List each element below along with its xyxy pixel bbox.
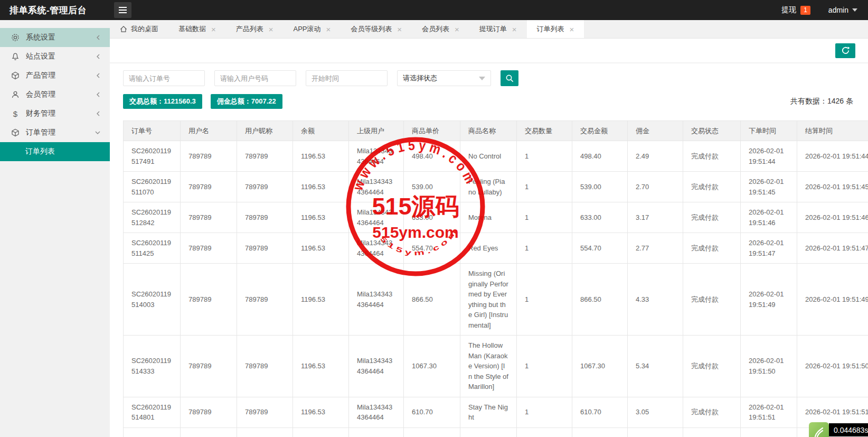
search-button[interactable] bbox=[501, 70, 518, 86]
sidebar-item-site-settings[interactable]: 站点设置 bbox=[0, 47, 110, 66]
table-row: SC260201195148017897897897891196.53Mila1… bbox=[124, 397, 868, 427]
sidebar-item-member-management[interactable]: 会员管理 bbox=[0, 85, 110, 104]
close-icon[interactable]: × bbox=[570, 25, 574, 33]
col-header: 用户名 bbox=[181, 121, 237, 141]
user-menu[interactable]: admin bbox=[828, 6, 857, 14]
table-cell: Mila1343434364464 bbox=[349, 202, 404, 233]
tab-app-scroll[interactable]: APP滚动× bbox=[284, 20, 341, 38]
tab-withdraw-orders[interactable]: 提现订单× bbox=[469, 20, 527, 38]
start-time-input[interactable] bbox=[306, 70, 388, 86]
chevron-left-icon bbox=[95, 53, 101, 60]
table-cell: 789789 bbox=[181, 264, 237, 336]
col-header: 上级用户 bbox=[349, 121, 404, 141]
col-header: 交易状态 bbox=[683, 121, 741, 141]
table-cell: Feeling (Piano Lullaby) bbox=[460, 172, 517, 202]
chevron-left-icon bbox=[95, 34, 101, 41]
table-cell: 789789 bbox=[181, 202, 237, 233]
table-cell: 498.40 bbox=[572, 141, 628, 172]
sidebar-item-system-settings[interactable]: 系统设置 bbox=[0, 28, 110, 47]
table-cell: 2026-02-01 19:51:49 bbox=[741, 264, 797, 336]
table-cell: 1 bbox=[517, 397, 572, 427]
close-icon[interactable]: × bbox=[269, 25, 273, 33]
sidebar-toggle-button[interactable] bbox=[114, 2, 131, 18]
sidebar: 系统设置 站点设置 产品管理 bbox=[0, 20, 110, 437]
tab-product-list[interactable]: 产品列表× bbox=[226, 20, 284, 38]
table-cell: 2026-02-01 19:51:45 bbox=[797, 172, 868, 202]
withdraw-nav-item[interactable]: 提现 1 bbox=[781, 5, 810, 15]
col-header: 结算时间 bbox=[797, 121, 868, 141]
close-icon[interactable]: × bbox=[455, 25, 459, 33]
table-cell: 1196.53 bbox=[293, 397, 349, 427]
table-cell: 完成付款 bbox=[683, 397, 741, 427]
table-cell: 1196.53 bbox=[293, 141, 349, 172]
chevron-left-icon bbox=[95, 72, 101, 79]
table-cell: SC26020119514333 bbox=[124, 336, 181, 397]
table-cell: 2.70 bbox=[628, 172, 683, 202]
table-row: SC2602011957897897897891196.53Mila134343… bbox=[124, 427, 868, 437]
table-cell: 789789 bbox=[181, 427, 237, 437]
filter-row: 请选择状态 bbox=[123, 70, 868, 86]
sidebar-item-order-management[interactable]: 订单管理 bbox=[0, 123, 110, 142]
table-cell: 789789 bbox=[237, 141, 293, 172]
refresh-button[interactable] bbox=[835, 43, 855, 58]
table-cell: The Hollow Man (Karaoke Version) [In the… bbox=[460, 336, 517, 397]
table-cell: 1196.53 bbox=[293, 172, 349, 202]
table-cell: 完成付款 bbox=[683, 202, 741, 233]
close-icon[interactable]: × bbox=[211, 25, 216, 33]
chevron-down-icon bbox=[94, 129, 101, 136]
sidebar-item-product-management[interactable]: 产品管理 bbox=[0, 66, 110, 85]
table-cell: 2026-02-01 19:51:46 bbox=[741, 202, 797, 233]
table-cell: 完成付款 bbox=[683, 233, 741, 264]
table-cell: 789789 bbox=[237, 397, 293, 427]
sidebar-item-order-list-active[interactable]: 订单列表 bbox=[0, 142, 110, 161]
tab-member-list[interactable]: 会员列表× bbox=[412, 20, 469, 38]
table-cell: 1067.30 bbox=[572, 336, 628, 397]
tab-member-level-list[interactable]: 会员等级列表× bbox=[341, 20, 412, 38]
close-icon[interactable]: × bbox=[512, 25, 517, 33]
table-cell: 1 bbox=[517, 336, 572, 397]
commission-total-badge: 佣金总额：7007.22 bbox=[211, 94, 282, 109]
debug-toolbar[interactable]: 0.044683s bbox=[809, 422, 868, 437]
table-cell: 完成付款 bbox=[683, 172, 741, 202]
sidebar-item-label: 财务管理 bbox=[26, 109, 55, 118]
table-cell: 789789 bbox=[181, 233, 237, 264]
table-cell: SC26020119517491 bbox=[124, 141, 181, 172]
sidebar-item-finance-management[interactable]: $ 财务管理 bbox=[0, 104, 110, 123]
table-cell: 1196.53 bbox=[293, 264, 349, 336]
table-cell bbox=[683, 427, 741, 437]
table-cell: 2026-02-01 19:51:46 bbox=[797, 202, 868, 233]
table-cell bbox=[517, 427, 572, 437]
refresh-icon bbox=[841, 46, 850, 55]
table-cell: Stay The Night bbox=[460, 397, 517, 427]
table-row: SC260201195128427897897897891196.53Mila1… bbox=[124, 202, 868, 233]
table-cell: Mila1343434364464 bbox=[349, 397, 404, 427]
table-cell: 789789 bbox=[237, 264, 293, 336]
col-header: 交易数量 bbox=[517, 121, 572, 141]
sidebar-item-label: 会员管理 bbox=[26, 90, 55, 99]
table-cell: 1067.30 bbox=[404, 336, 460, 397]
chevron-left-icon bbox=[95, 110, 101, 117]
order-table: 订单号 用户名 用户昵称 余额 上级用户 商品单价 商品名称 交易数量 交易金额… bbox=[123, 120, 868, 437]
table-cell: 2026-02-01 19:51:47 bbox=[797, 233, 868, 264]
table-cell: 789789 bbox=[237, 202, 293, 233]
table-cell: 1 bbox=[517, 202, 572, 233]
col-header: 下单时间 bbox=[741, 121, 797, 141]
tab-order-list-active[interactable]: 订单列表× bbox=[527, 20, 584, 38]
table-cell: 3.17 bbox=[628, 202, 683, 233]
close-icon[interactable]: × bbox=[326, 25, 331, 33]
table-cell: 2026-02-01 19:51:50 bbox=[741, 336, 797, 397]
user-no-input[interactable] bbox=[214, 70, 296, 86]
table-cell: 完成付款 bbox=[683, 141, 741, 172]
status-select-value: 请选择状态 bbox=[403, 73, 437, 83]
table-cell: 789789 bbox=[181, 141, 237, 172]
order-no-input[interactable] bbox=[123, 70, 205, 86]
table-cell: Mila1343434364464 bbox=[349, 427, 404, 437]
status-select[interactable]: 请选择状态 bbox=[397, 70, 491, 86]
table-cell: SC26020119514801 bbox=[124, 397, 181, 427]
stats-row: 交易总额：1121560.3 佣金总额：7007.22 共有数据：1426 条 bbox=[123, 94, 868, 109]
table-cell bbox=[460, 427, 517, 437]
tab-basic-data[interactable]: 基础数据× bbox=[168, 20, 226, 38]
close-icon[interactable]: × bbox=[397, 25, 402, 33]
tab-desktop[interactable]: 我的桌面 bbox=[110, 20, 168, 38]
table-cell: 498.40 bbox=[404, 141, 460, 172]
